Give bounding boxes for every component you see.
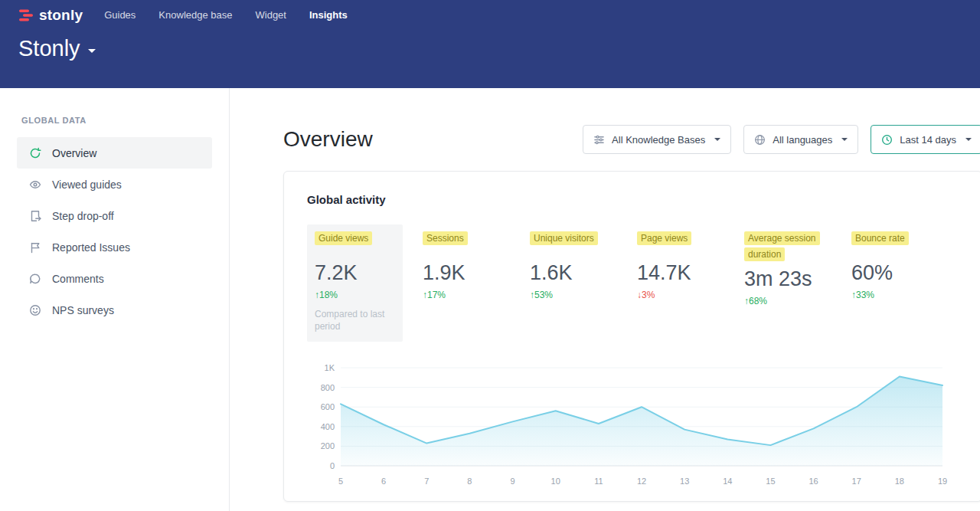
top-nav-items: Guides Knowledge base Widget Insights [104, 9, 348, 21]
sidebar-item-label: Reported Issues [52, 241, 130, 254]
overview-icon [29, 147, 41, 159]
svg-text:16: 16 [808, 477, 818, 486]
svg-text:8: 8 [467, 477, 472, 486]
metric-value: 1.6K [530, 261, 637, 284]
globe-icon [754, 134, 766, 146]
svg-text:800: 800 [321, 383, 335, 392]
sidebar-item-comments[interactable]: Comments [17, 263, 212, 294]
sidebar-item-label: Viewed guides [52, 179, 122, 191]
metric-delta: 3% [637, 290, 744, 300]
metric-label: Page views [637, 231, 691, 245]
metric-delta: 33% [851, 290, 959, 300]
svg-text:15: 15 [766, 477, 775, 486]
eye-icon [29, 179, 41, 191]
sidebar-item-overview[interactable]: Overview [17, 137, 212, 169]
svg-text:9: 9 [511, 477, 515, 486]
filter-label: All languages [773, 134, 832, 146]
card-title: Global activity [307, 193, 959, 206]
sidebar-item-reported-issues[interactable]: Reported Issues [17, 231, 212, 263]
svg-text:200: 200 [321, 442, 335, 451]
chevron-down-icon [965, 138, 972, 141]
date-range-filter[interactable]: Last 14 days [871, 125, 980, 154]
metric-delta: 17% [423, 290, 530, 300]
metric-sessions[interactable]: Sessions 1.9K 17% [423, 224, 530, 342]
sliders-icon [593, 134, 605, 146]
svg-text:1K: 1K [325, 363, 335, 372]
activity-chart: 02004006008001K5678910111213141516171819 [307, 360, 959, 492]
svg-text:17: 17 [852, 477, 861, 486]
filter-label: All Knowledge Bases [612, 134, 705, 146]
nav-item-insights[interactable]: Insights [309, 9, 348, 21]
svg-text:400: 400 [321, 422, 335, 431]
metric-label: Average session duration [744, 231, 820, 261]
activity-chart-svg: 02004006008001K5678910111213141516171819 [307, 360, 950, 489]
metric-value: 3m 23s [744, 267, 851, 290]
page-title: Overview [283, 127, 373, 152]
stonly-logo-icon [18, 8, 34, 23]
sidebar-item-label: Step drop-off [52, 210, 114, 222]
metric-bounce-rate[interactable]: Bounce rate 60% 33% [851, 224, 959, 342]
metric-unique-visitors[interactable]: Unique visitors 1.6K 53% [530, 224, 637, 342]
metric-note: Compared to last period [315, 308, 394, 332]
metric-page-views[interactable]: Page views 14.7K 3% [637, 224, 744, 342]
metric-value: 7.2K [315, 261, 395, 284]
sidebar-item-nps-surveys[interactable]: NPS surveys [17, 294, 212, 326]
metric-value: 60% [851, 261, 959, 284]
filter-label: Last 14 days [900, 134, 956, 146]
svg-text:19: 19 [938, 477, 947, 486]
workspace-name: Stonly [18, 36, 80, 61]
step-dropoff-icon [29, 210, 41, 222]
top-nav: stonly Guides Knowledge base Widget Insi… [18, 0, 962, 23]
nav-item-knowledge-base[interactable]: Knowledge base [158, 9, 232, 21]
sidebar-section-label: GLOBAL DATA [0, 116, 229, 125]
filters: All Knowledge Bases All languages [583, 125, 980, 154]
svg-text:13: 13 [680, 477, 689, 486]
svg-text:10: 10 [551, 477, 560, 486]
stonly-logo-text: stonly [39, 7, 83, 24]
nav-item-guides[interactable]: Guides [104, 9, 136, 21]
metric-guide-views[interactable]: Guide views 7.2K 18% Compared to last pe… [307, 224, 403, 342]
sidebar-item-viewed-guides[interactable]: Viewed guides [17, 169, 212, 200]
global-activity-card: Global activity Guide views 7.2K 18% Com… [283, 171, 980, 502]
chevron-down-icon [714, 138, 720, 141]
metric-value: 14.7K [637, 261, 744, 284]
metric-label: Bounce rate [851, 231, 909, 245]
chevron-down-icon [841, 138, 848, 141]
sidebar-item-label: NPS surveys [52, 304, 114, 316]
flag-icon [29, 241, 41, 254]
metric-delta: 68% [744, 296, 851, 306]
sidebar-item-label: Comments [52, 273, 104, 285]
metric-delta: 53% [530, 290, 637, 300]
svg-text:11: 11 [594, 477, 603, 486]
metric-label: Sessions [423, 231, 468, 245]
sidebar-item-label: Overview [52, 147, 96, 159]
svg-text:5: 5 [338, 477, 343, 486]
svg-text:0: 0 [330, 461, 335, 470]
chevron-down-icon [88, 49, 96, 53]
metrics-row: Guide views 7.2K 18% Compared to last pe… [307, 224, 959, 342]
stonly-logo[interactable]: stonly [18, 7, 83, 24]
svg-text:7: 7 [424, 477, 429, 486]
smiley-icon [29, 304, 41, 316]
nav-item-widget[interactable]: Widget [256, 9, 286, 21]
workspace-selector[interactable]: Stonly [18, 36, 96, 61]
svg-text:12: 12 [637, 477, 646, 486]
metric-value: 1.9K [423, 261, 530, 284]
svg-text:600: 600 [321, 403, 335, 412]
knowledge-bases-filter[interactable]: All Knowledge Bases [583, 125, 731, 154]
main-content: Overview All Knowledge Bases [230, 88, 980, 511]
metric-label: Unique visitors [530, 231, 598, 245]
languages-filter[interactable]: All languages [743, 125, 858, 154]
metric-average-session-duration[interactable]: Average session duration 3m 23s 68% [744, 224, 851, 342]
sidebar-item-step-drop-off[interactable]: Step drop-off [17, 200, 212, 231]
svg-text:6: 6 [381, 477, 386, 486]
metric-label: Guide views [315, 231, 372, 245]
sidebar: GLOBAL DATA Overview Viewed guides [0, 88, 230, 511]
svg-text:14: 14 [723, 477, 732, 486]
metric-delta: 18% [315, 290, 395, 300]
comment-icon [29, 273, 41, 285]
top-bar: stonly Guides Knowledge base Widget Insi… [0, 0, 980, 88]
clock-icon [881, 134, 893, 146]
svg-text:18: 18 [895, 477, 904, 486]
